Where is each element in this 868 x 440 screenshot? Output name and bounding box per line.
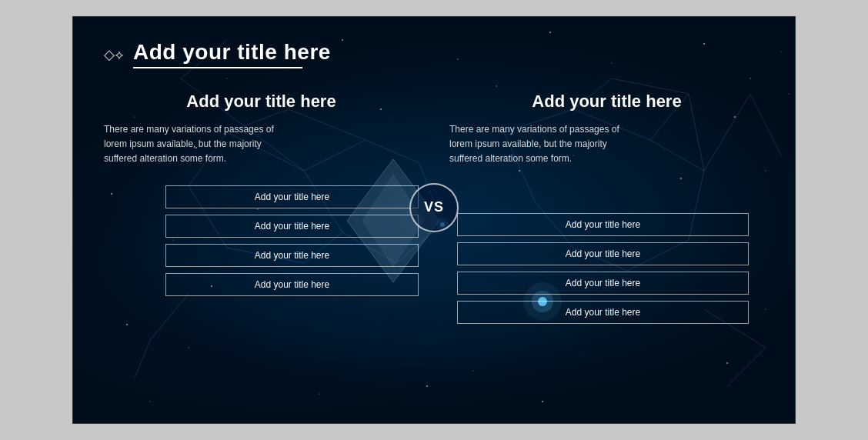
right-item-3[interactable]: Add your title here [457,272,749,295]
right-item-1[interactable]: Add your title here [457,213,749,236]
right-item-4[interactable]: Add your title here [457,301,749,324]
title-underline [133,67,302,68]
vs-circle: VS [409,183,459,232]
left-panel: Add your title here There are many varia… [104,92,434,296]
left-items-list: Add your title here Add your title here … [104,185,419,296]
right-panel-title[interactable]: Add your title here [449,92,764,112]
right-item-2[interactable]: Add your title here [457,242,749,265]
header-title-block: Add your title here [133,40,331,68]
vs-label: VS [424,199,444,215]
left-panel-title[interactable]: Add your title here [104,92,419,112]
slide-container: ◇⟡ Add your title here Add your title he… [72,16,796,424]
right-panel-desc: There are many variations of passages of… [449,122,634,167]
left-panel-desc: There are many variations of passages of… [104,122,289,167]
diamond-icon: ◇⟡ [104,46,124,63]
left-item-2[interactable]: Add your title here [165,215,419,238]
slide-content: ◇⟡ Add your title here Add your title he… [73,17,795,423]
right-items-list: Add your title here Add your title here … [449,213,764,324]
main-title[interactable]: Add your title here [133,40,331,65]
left-item-1[interactable]: Add your title here [165,185,419,208]
body-section: Add your title here There are many varia… [104,92,764,324]
left-item-3[interactable]: Add your title here [165,244,419,267]
right-panel: Add your title here There are many varia… [434,92,764,324]
vs-container: VS [409,183,459,232]
left-item-4[interactable]: Add your title here [165,273,419,296]
header: ◇⟡ Add your title here [104,40,764,68]
